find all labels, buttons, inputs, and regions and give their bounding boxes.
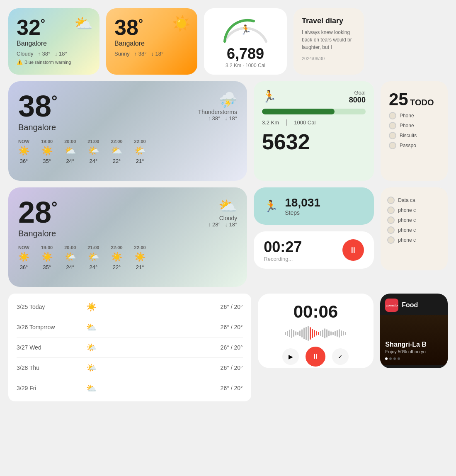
waveform-bar <box>303 328 305 339</box>
todo-item: phone c <box>387 236 441 244</box>
todo-checkbox[interactable] <box>389 132 396 139</box>
voice-recorder-card: 00:06 ▶ ⏸ ✓ <box>258 294 374 368</box>
hour-weather-icon: 🌤️ <box>65 252 76 262</box>
weather-desc-2: Sunny ↑ 38° ↓ 18° <box>114 51 189 57</box>
hour-weather-icon: ☀️ <box>41 252 53 262</box>
todo-checkbox[interactable] <box>387 216 395 224</box>
todo-checkbox[interactable] <box>387 236 395 244</box>
hour-label: NOW <box>18 139 29 144</box>
cloud-icon-lg: ⛅ <box>208 197 237 215</box>
steps-large-card: 🏃 18,031 Steps <box>254 187 374 225</box>
waveform-bar <box>285 332 286 335</box>
zomato-content: Shangri-La B Enjoy 50% off on yo <box>380 315 448 365</box>
forecast-temp: 26° / 20° <box>221 324 243 330</box>
hour-label: 22:00 <box>111 139 122 144</box>
zomato-header: zomato Food <box>380 294 448 315</box>
waveform-bar <box>310 327 311 340</box>
forecast-temp: 26° / 20° <box>221 304 243 310</box>
hour-item: 22:00 🌤️ 21° <box>134 139 146 164</box>
todo-checkbox[interactable] <box>387 226 395 234</box>
hour-label: 22:00 <box>134 139 146 144</box>
hour-weather-icon: 🌤️ <box>134 146 146 156</box>
waveform <box>268 325 364 342</box>
steps-details-sm: 3.2 Km · 1000 Cal <box>226 63 265 68</box>
hour-label: 19:00 <box>41 245 53 250</box>
hour-temp: 35° <box>43 264 51 270</box>
hour-temp: 24° <box>90 264 98 270</box>
todo-item: phone c <box>387 226 441 234</box>
zomato-title: Food <box>402 301 418 309</box>
pause-voice-button[interactable]: ⏸ <box>306 347 325 367</box>
todo-item-text: Passpo <box>400 143 416 148</box>
hour-item: 21:00 🌤️ 24° <box>87 245 99 270</box>
dot-4 <box>398 357 400 360</box>
hour-item: NOW ☀️ 36° <box>18 245 29 270</box>
hour-weather-icon: ☀️ <box>41 146 53 156</box>
zomato-offer: Enjoy 50% off on yo <box>385 349 443 354</box>
todo-card: 25 TODO Phone Phone Biscuits Passpo <box>381 81 448 181</box>
hour-weather-icon: ☀️ <box>134 252 146 262</box>
waveform-bar <box>335 331 336 336</box>
forecast-row: 3/28 Thu 🌤️ 26° / 20° <box>17 358 243 378</box>
pause-icon: ⏸ <box>349 245 357 255</box>
todo-checkbox[interactable] <box>389 112 396 119</box>
condition-lg-2: Cloudy <box>208 215 237 221</box>
temp-huge-1: 38° <box>18 91 58 121</box>
sun-icon: ☀️ <box>172 15 191 32</box>
todo-checkbox[interactable] <box>389 142 396 149</box>
goal-label: Goal 8000 <box>349 90 366 104</box>
zomato-logo: zomato <box>385 299 398 312</box>
hour-temp: 36° <box>20 158 28 164</box>
cal-stat: 1000 Cal <box>294 119 315 126</box>
forecast-list: 3/25 Today ☀️ 26° / 20° 3/26 Tomprrow ⛅ … <box>17 297 243 398</box>
km-stat: 3.2 Km <box>262 119 279 126</box>
runner-icon-large: 🏃 <box>264 199 278 213</box>
hour-temp: 35° <box>43 158 51 164</box>
todo-item: Biscuits <box>389 132 439 139</box>
hour-item: 21:00 🌤️ 24° <box>87 139 99 164</box>
waveform-bar <box>341 330 342 336</box>
todo-item: phone c <box>387 216 441 224</box>
hour-item: 22:00 ☀️ 22° <box>111 245 122 270</box>
flag-button[interactable]: ▶ <box>282 348 299 365</box>
hour-weather-icon: ⛅ <box>65 146 76 156</box>
hour-temp: 36° <box>20 264 28 270</box>
recording-card: 00:27 Recording... ⏸ <box>254 231 374 269</box>
hour-label: 20:00 <box>64 139 76 144</box>
todo-item: Passpo <box>389 142 439 149</box>
todo-item-text: Phone <box>400 123 414 129</box>
steps-stats-row: 3.2 Km | 1000 Cal <box>262 119 366 126</box>
waveform-bar <box>324 328 325 338</box>
todo-label: TODO <box>410 98 434 107</box>
hour-temp: 22° <box>113 264 121 270</box>
check-button[interactable]: ✓ <box>332 348 349 365</box>
hour-temp: 21° <box>136 264 144 270</box>
forecast-date: 3/25 Today <box>17 304 75 310</box>
weather-card-sunny: 38° Bangalore ☀️ Sunny ↑ 38° ↓ 18° <box>106 8 197 75</box>
weather-desc-1: Cloudy ↑ 38° ↓ 18° <box>17 51 91 57</box>
forecast-row: 3/27 Wed 🌤️ 26° / 20° <box>17 338 243 358</box>
todo-checkbox[interactable] <box>387 197 395 204</box>
zomato-pagination <box>385 357 443 360</box>
waveform-bar <box>318 332 319 335</box>
hour-item: NOW ☀️ 36° <box>18 139 29 164</box>
weather-card-large-2: 28° Bangalore ⛅ Cloudy ↑ 28° ↓ 18° NOW <box>8 187 247 287</box>
hour-temp: 24° <box>66 158 74 164</box>
recording-info: 00:27 Recording... <box>264 238 302 262</box>
dot-3 <box>393 357 396 360</box>
city-lg-1: Bangalore <box>18 123 58 132</box>
temp-huge-2: 28° <box>18 197 58 227</box>
pause-recording-button[interactable]: ⏸ <box>342 239 364 261</box>
temp-display-1: 32° <box>17 17 47 38</box>
hour-weather-icon: ☀️ <box>18 252 29 262</box>
city-name-2: Bangalore <box>114 40 145 47</box>
forecast-date: 3/27 Wed <box>17 344 75 351</box>
todo-checkbox[interactable] <box>387 206 395 214</box>
todo-item-text: phone c <box>398 217 416 223</box>
todo-item-text: Data ca <box>398 197 415 203</box>
todo-list-extended: Data ca phone c phone c phone c phone c <box>387 197 441 244</box>
todo-checkbox[interactable] <box>389 122 396 129</box>
hour-item: 20:00 ⛅ 24° <box>64 139 76 164</box>
forecast-icon: 🌤️ <box>75 363 108 373</box>
hour-label: NOW <box>18 245 29 250</box>
